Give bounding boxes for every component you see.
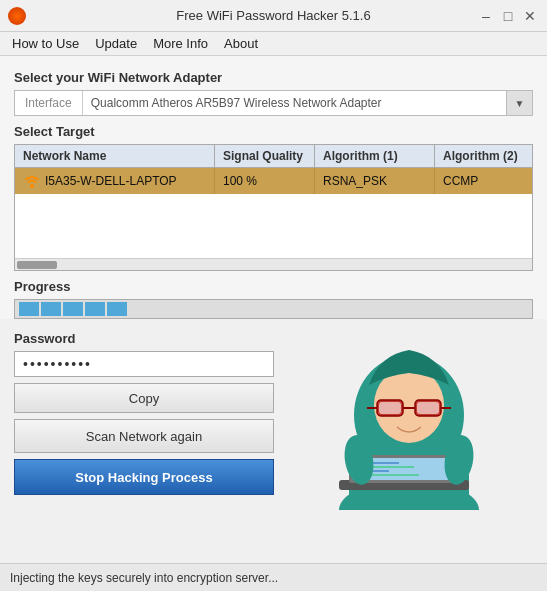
hacker-figure-svg <box>319 325 499 510</box>
col-algorithm-1: Algorithm (1) <box>315 145 435 167</box>
table-header: Network Name Signal Quality Algorithm (1… <box>15 145 532 168</box>
menu-item-update[interactable]: Update <box>87 34 145 53</box>
progress-block-3 <box>63 302 83 316</box>
cell-algo1: RSNA_PSK <box>315 168 435 194</box>
window-title: Free WiFi Password Hacker 5.1.6 <box>0 8 547 23</box>
svg-rect-8 <box>379 402 401 414</box>
col-signal-quality: Signal Quality <box>215 145 315 167</box>
menu-item-about[interactable]: About <box>216 34 266 53</box>
menu-item-how-to-use[interactable]: How to Use <box>4 34 87 53</box>
title-bar-left <box>8 7 26 25</box>
svg-rect-9 <box>417 402 439 414</box>
cell-algo2: CCMP <box>435 168 532 194</box>
progress-block-5 <box>107 302 127 316</box>
status-text: Injecting the keys securely into encrypt… <box>10 571 278 585</box>
stop-hacking-button[interactable]: Stop Hacking Process <box>14 459 274 495</box>
scrollbar-thumb <box>17 261 57 269</box>
menu-bar: How to Use Update More Info About <box>0 32 547 56</box>
cell-network-name: I5A35-W-DELL-LAPTOP <box>15 168 215 194</box>
main-content: Select your WiFi Network Adapter Interfa… <box>0 56 547 319</box>
progress-section: Progress <box>14 279 533 319</box>
target-section-label: Select Target <box>14 124 533 139</box>
close-button[interactable]: ✕ <box>521 7 539 25</box>
progress-bar <box>14 299 533 319</box>
adapter-arrow-icon[interactable]: ▼ <box>506 91 532 115</box>
password-input[interactable] <box>14 351 274 377</box>
hacker-illustration <box>284 325 533 510</box>
svg-point-0 <box>30 184 34 188</box>
lower-section: Password Copy Scan Network again Stop Ha… <box>0 325 547 510</box>
copy-button[interactable]: Copy <box>14 383 274 413</box>
table-scrollbar[interactable] <box>15 258 532 270</box>
password-label: Password <box>14 331 274 346</box>
title-bar: Free WiFi Password Hacker 5.1.6 – □ ✕ <box>0 0 547 32</box>
progress-block-2 <box>41 302 61 316</box>
table-body: I5A35-W-DELL-LAPTOP 100 % RSNA_PSK CCMP <box>15 168 532 258</box>
maximize-button[interactable]: □ <box>499 7 517 25</box>
progress-label: Progress <box>14 279 533 294</box>
action-section: Scan Network again Stop Hacking Process <box>14 419 274 495</box>
progress-block-1 <box>19 302 39 316</box>
adapter-dropdown[interactable]: Interface Qualcomm Atheros AR5B97 Wirele… <box>14 90 533 116</box>
app-icon <box>8 7 26 25</box>
col-network-name: Network Name <box>15 145 215 167</box>
scan-network-button[interactable]: Scan Network again <box>14 419 274 453</box>
network-table: Network Name Signal Quality Algorithm (1… <box>14 144 533 271</box>
wifi-icon <box>23 172 41 190</box>
adapter-label: Interface <box>15 91 83 115</box>
status-bar: Injecting the keys securely into encrypt… <box>0 563 547 591</box>
left-buttons: Password Copy Scan Network again Stop Ha… <box>14 325 274 501</box>
cell-signal: 100 % <box>215 168 315 194</box>
adapter-section-label: Select your WiFi Network Adapter <box>14 70 533 85</box>
password-section: Password Copy <box>14 331 274 413</box>
progress-block-4 <box>85 302 105 316</box>
table-row[interactable]: I5A35-W-DELL-LAPTOP 100 % RSNA_PSK CCMP <box>15 168 532 194</box>
col-algorithm-2: Algorithm (2) <box>435 145 535 167</box>
adapter-value: Qualcomm Atheros AR5B97 Wireless Network… <box>83 96 506 110</box>
menu-item-more-info[interactable]: More Info <box>145 34 216 53</box>
title-bar-controls: – □ ✕ <box>477 7 539 25</box>
minimize-button[interactable]: – <box>477 7 495 25</box>
